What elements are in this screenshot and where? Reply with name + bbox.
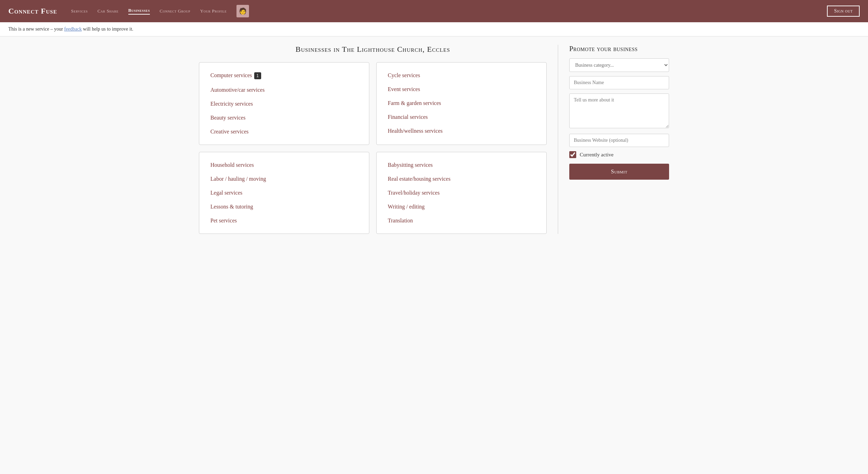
category-box-4: Babysitting services Real estate/housing…: [376, 152, 547, 234]
category-creative[interactable]: Creative services: [210, 129, 358, 135]
main-layout: Businesses in The Lighthouse Church, Ecc…: [191, 36, 677, 242]
website-input[interactable]: [569, 134, 669, 147]
page-title: Businesses in The Lighthouse Church, Ecc…: [199, 45, 547, 54]
feedback-bar: This is a new service – your feedback wi…: [0, 22, 868, 36]
currently-active-label[interactable]: Currently active: [580, 152, 613, 158]
category-automotive[interactable]: Automotive/car services: [210, 87, 358, 93]
avatar[interactable]: 🧑: [236, 5, 249, 17]
category-health[interactable]: Health/wellness services: [388, 128, 535, 134]
category-travel[interactable]: Travel/holiday services: [388, 190, 535, 196]
category-pet[interactable]: Pet services: [210, 218, 358, 224]
category-box-3: Household services Labor / hauling / mov…: [199, 152, 369, 234]
content-area: Businesses in The Lighthouse Church, Ecc…: [199, 45, 547, 234]
category-legal[interactable]: Legal services: [210, 190, 358, 196]
nav-link-services[interactable]: Services: [71, 8, 88, 14]
categories-grid: Computer services1 Automotive/car servic…: [199, 62, 547, 234]
category-computer-services[interactable]: Computer services1: [210, 72, 358, 79]
category-box-2: Cycle services Event services Farm & gar…: [376, 62, 547, 145]
badge-computer-services: 1: [254, 72, 261, 79]
description-textarea[interactable]: [569, 93, 669, 128]
category-farm[interactable]: Farm & garden services: [388, 100, 535, 106]
feedback-text-before: This is a new service – your: [8, 26, 64, 32]
category-household[interactable]: Household services: [210, 162, 358, 168]
business-category-select[interactable]: Business category...Computer servicesAut…: [569, 58, 669, 72]
category-box-1: Computer services1 Automotive/car servic…: [199, 62, 369, 145]
nav-link-connect-group[interactable]: Connect Group: [160, 8, 190, 14]
feedback-text-after: will help us to improve it.: [82, 26, 133, 32]
description-group: [569, 93, 669, 130]
category-select-group: Business category...Computer servicesAut…: [569, 58, 669, 72]
category-real-estate[interactable]: Real estate/housing services: [388, 176, 535, 182]
business-name-input[interactable]: [569, 76, 669, 89]
sidebar: Promote your business Business category.…: [558, 45, 669, 234]
nav-brand: Connect Fuse: [8, 7, 57, 16]
category-labor[interactable]: Labor / hauling / moving: [210, 176, 358, 182]
navbar: Connect Fuse Services Car Share Business…: [0, 0, 868, 22]
sign-out-button[interactable]: Sign out: [827, 6, 860, 17]
website-group: [569, 134, 669, 147]
category-writing[interactable]: Writing / editing: [388, 204, 535, 210]
currently-active-row: Currently active: [569, 151, 669, 158]
nav-link-car-share[interactable]: Car Share: [97, 8, 119, 14]
category-electricity[interactable]: Electricity services: [210, 101, 358, 107]
nav-links: Services Car Share Businesses Connect Gr…: [71, 5, 827, 17]
business-name-group: [569, 76, 669, 89]
nav-link-businesses[interactable]: Businesses: [128, 8, 150, 15]
category-beauty[interactable]: Beauty services: [210, 115, 358, 121]
submit-button[interactable]: Submit: [569, 164, 669, 180]
sidebar-title: Promote your business: [569, 45, 669, 53]
category-cycle[interactable]: Cycle services: [388, 72, 535, 79]
feedback-link[interactable]: feedback: [64, 26, 82, 32]
category-event[interactable]: Event services: [388, 86, 535, 92]
category-translation[interactable]: Translation: [388, 218, 535, 224]
nav-right: Sign out: [827, 6, 860, 17]
nav-link-your-profile[interactable]: Your Profile: [200, 8, 226, 14]
category-babysitting[interactable]: Babysitting services: [388, 162, 535, 168]
category-financial[interactable]: Financial services: [388, 114, 535, 120]
currently-active-checkbox[interactable]: [569, 151, 576, 158]
category-lessons[interactable]: Lessons & tutoring: [210, 204, 358, 210]
